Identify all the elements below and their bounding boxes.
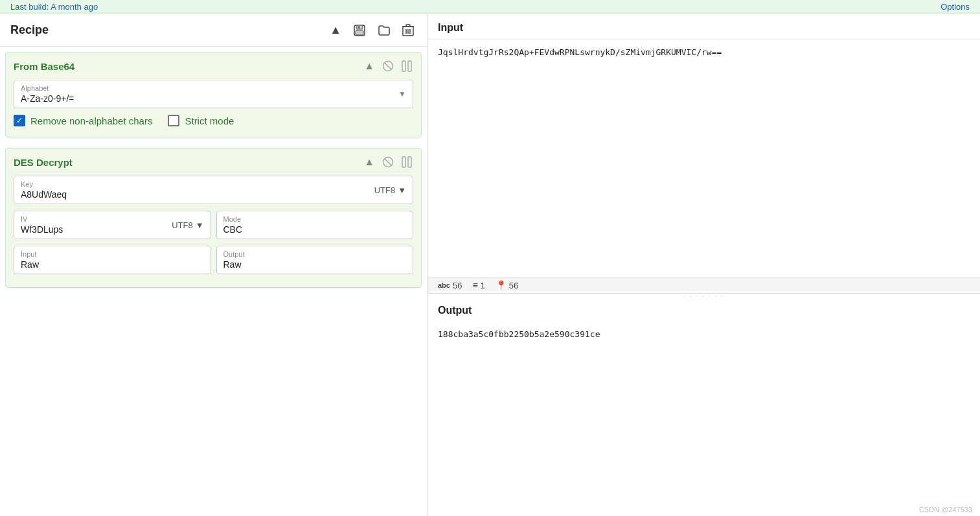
svg-line-13 (385, 63, 392, 70)
des-output-field[interactable]: Output Raw (216, 246, 414, 274)
iv-value: Wf3DLups (21, 224, 63, 235)
from-base64-title: From Base64 (14, 61, 363, 72)
key-encoding-arrow: ▼ (398, 185, 406, 195)
right-panel: Input JqslHrdvtgJrRs2QAp+FEVdwRPNLswrnyk… (427, 14, 980, 516)
line-count: 1 (481, 281, 485, 290)
top-bar: Last build: A month ago Options (0, 0, 980, 14)
des-output-value: Raw (223, 259, 407, 270)
input-section: Input JqslHrdvtgJrRs2QAp+FEVdwRPNLswrnyk… (427, 14, 980, 277)
checkboxes-row: ✓ Remove non-alphabet chars Strict mode (14, 115, 413, 126)
recipe-title: Recipe (10, 23, 327, 37)
mode-label: Mode (223, 215, 407, 223)
last-build-link[interactable]: Last build: A month ago (10, 2, 98, 12)
svg-rect-15 (408, 61, 411, 71)
output-content[interactable]: 188cba3a5c0fbb2250b5a2e590c391ce (427, 322, 980, 503)
key-encoding-dropdown[interactable]: UTF8 ▼ (374, 185, 406, 195)
svg-rect-2 (356, 30, 363, 35)
from-base64-collapse-button[interactable]: ▲ (363, 59, 376, 73)
delete-recipe-button[interactable] (400, 23, 416, 38)
strict-mode-label: Strict mode (185, 115, 234, 126)
svg-rect-3 (358, 26, 360, 29)
left-panel: Recipe ▲ (0, 14, 427, 516)
abc-icon: abc (438, 281, 450, 289)
remove-nonalpha-check-mark: ✓ (16, 117, 23, 124)
watermark: CSDN @247533 (427, 503, 980, 516)
svg-rect-19 (408, 157, 411, 167)
des-input-value: Raw (21, 259, 204, 270)
remove-nonalpha-checkbox-box: ✓ (14, 115, 25, 126)
iv-encoding-value: UTF8 (172, 220, 193, 230)
iv-encoding-dropdown[interactable]: UTF8 ▼ (172, 220, 203, 230)
iv-field[interactable]: IV Wf3DLups UTF8 ▼ (14, 211, 211, 239)
key-encoding-value: UTF8 (374, 185, 396, 195)
from-base64-pause-button[interactable] (400, 59, 413, 73)
lines-icon: ≡ (472, 280, 477, 290)
iv-label: IV (21, 215, 63, 223)
key-label: Key (21, 180, 67, 188)
input-content[interactable]: JqslHrdvtgJrRs2QAp+FEVdwRPNLswrnykD/sZMi… (427, 40, 980, 277)
input-header: Input (427, 14, 980, 40)
strict-mode-checkbox[interactable]: Strict mode (168, 115, 234, 126)
alphabet-label: Alphabet (21, 84, 74, 92)
des-decrypt-header-icons: ▲ (363, 155, 413, 169)
recipe-header-icons: ▲ (327, 22, 416, 38)
des-decrypt-collapse-button[interactable]: ▲ (363, 155, 376, 169)
input-output-row: Input Raw Output Raw (14, 246, 413, 274)
svg-rect-18 (402, 157, 405, 167)
svg-rect-14 (402, 61, 405, 71)
options-link[interactable]: Options (940, 2, 970, 12)
des-input-field[interactable]: Input Raw (14, 246, 211, 274)
des-decrypt-header: DES Decrypt ▲ (14, 155, 413, 169)
des-input-label: Input (21, 250, 204, 258)
key-field-inner: Key A8UdWaeq (21, 180, 67, 200)
pin-icon: 📍 (496, 280, 507, 290)
key-field[interactable]: Key A8UdWaeq UTF8 ▼ (14, 176, 413, 204)
alphabet-field[interactable]: Alphabet A-Za-z0-9+/= ▼ (14, 80, 413, 108)
collapse-recipe-button[interactable]: ▲ (327, 22, 344, 38)
from-base64-card: From Base64 ▲ Alphabet A-Za-z0-9+/= (5, 52, 422, 137)
recipe-header: Recipe ▲ (0, 14, 427, 47)
des-output-label: Output (223, 250, 407, 258)
des-decrypt-title: DES Decrypt (14, 157, 363, 168)
panel-resizer[interactable] (427, 294, 980, 297)
key-value: A8UdWaeq (21, 189, 67, 200)
iv-field-inner: IV Wf3DLups (21, 215, 63, 235)
load-recipe-button[interactable] (375, 23, 393, 38)
status-char-count: abc 56 (438, 281, 462, 290)
iv-mode-row: IV Wf3DLups UTF8 ▼ Mode CBC (14, 211, 413, 239)
from-base64-header: From Base64 ▲ (14, 59, 413, 73)
strict-mode-checkbox-box (168, 115, 179, 126)
des-decrypt-pause-button[interactable] (400, 155, 413, 169)
from-base64-header-icons: ▲ (363, 59, 413, 73)
remove-nonalpha-label: Remove non-alphabet chars (30, 115, 152, 126)
output-section: Output 188cba3a5c0fbb2250b5a2e590c391ce … (427, 297, 980, 516)
mode-field[interactable]: Mode CBC (216, 211, 414, 239)
save-recipe-button[interactable] (350, 23, 369, 38)
alphabet-value: A-Za-z0-9+/= (21, 93, 74, 104)
status-line-count: ≡ 1 (472, 280, 484, 290)
remove-nonalpha-checkbox[interactable]: ✓ Remove non-alphabet chars (14, 115, 152, 126)
des-decrypt-disable-button[interactable] (381, 155, 395, 169)
from-base64-disable-button[interactable] (381, 59, 395, 73)
output-header: Output (427, 297, 980, 322)
iv-encoding-arrow: ▼ (196, 220, 204, 230)
mode-value: CBC (223, 224, 407, 235)
char-count: 56 (453, 281, 462, 290)
des-decrypt-card: DES Decrypt ▲ Key A8UdWaeq (5, 148, 422, 288)
main-layout: Recipe ▲ (0, 14, 980, 516)
position-value: 56 (509, 281, 518, 290)
status-position: 📍 56 (496, 280, 518, 290)
alphabet-dropdown-arrow: ▼ (398, 89, 406, 99)
svg-line-17 (385, 159, 392, 166)
